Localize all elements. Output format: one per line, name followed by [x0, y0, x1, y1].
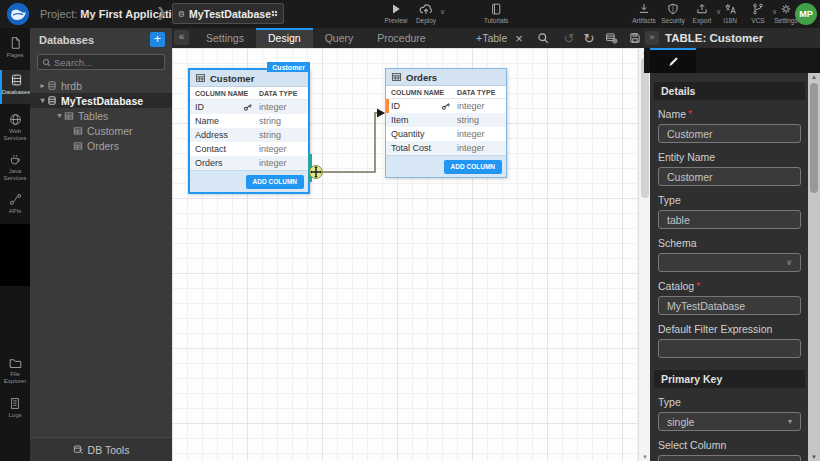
- scrollbar-thumb[interactable]: [810, 83, 818, 193]
- tree-item-customer[interactable]: Customer: [30, 123, 172, 138]
- sidebar-item-databases[interactable]: Databases: [0, 70, 30, 104]
- deploy-button[interactable]: ∨ Deploy: [408, 3, 444, 24]
- field-label: Type: [658, 396, 801, 408]
- db-tools-button[interactable]: DB Tools: [30, 437, 172, 461]
- scroll-up-icon[interactable]: ▲: [808, 74, 820, 80]
- web-services-label: Web Services: [0, 128, 30, 142]
- sidebar-item-web-services[interactable]: Web Services: [0, 110, 30, 142]
- relation-source-handle[interactable]: [308, 154, 312, 182]
- expanded-arrow-icon[interactable]: ▾: [55, 111, 64, 120]
- undo-icon[interactable]: ↺: [560, 30, 578, 46]
- pk-column-select[interactable]: ID∨: [658, 455, 801, 461]
- tree-label: hrdb: [61, 80, 82, 92]
- tree-item-mytestdatabase[interactable]: ▾ MyTestDatabase: [30, 93, 172, 108]
- table-card-orders[interactable]: Orders COLUMN NAME DATA TYPE ID integer …: [385, 68, 507, 178]
- tab-procedure[interactable]: Procedure: [365, 28, 437, 48]
- tree-label: MyTestDatabase: [61, 95, 143, 107]
- tree-label: Tables: [78, 110, 108, 122]
- tree-item-orders[interactable]: Orders: [30, 138, 172, 153]
- column-row-quantity[interactable]: Quantity integer: [386, 127, 506, 141]
- schema-select[interactable]: ∨: [658, 253, 801, 272]
- add-column-button[interactable]: ADD COLUMN: [444, 160, 502, 174]
- name-input[interactable]: Customer: [658, 124, 801, 143]
- grid-icon[interactable]: [271, 8, 278, 19]
- collapsed-arrow-icon[interactable]: ▸: [38, 81, 47, 90]
- column-row-total-cost[interactable]: Total Cost integer: [386, 141, 506, 155]
- column-row-id[interactable]: ID integer: [386, 99, 506, 113]
- app-window: Project: My First Application ❯ MyTestDa…: [0, 0, 820, 461]
- sidebar-item-pages[interactable]: Pages: [0, 33, 30, 59]
- designer-tab-strip: « Settings Design Query Procedure +Table…: [172, 28, 650, 48]
- zoom-search-icon[interactable]: [534, 30, 552, 46]
- sidebar-item-logs[interactable]: Logs: [0, 394, 30, 419]
- column-row-address[interactable]: Address string: [190, 128, 308, 142]
- table-icon: [391, 72, 402, 82]
- entity-name-input[interactable]: Customer: [658, 167, 801, 186]
- tree-item-tables[interactable]: ▾ Tables: [30, 108, 172, 123]
- search-input[interactable]: [54, 57, 160, 68]
- column-type: integer: [457, 129, 501, 139]
- field-label: Name*: [658, 108, 801, 120]
- tree-item-hrdb[interactable]: ▸ hrdb: [30, 78, 172, 93]
- sidebar-item-file-explorer[interactable]: File Explorer: [0, 354, 30, 385]
- user-avatar[interactable]: MP: [795, 3, 817, 25]
- table-card-customer[interactable]: Customer Customer COLUMN NAME DATA TYPE …: [188, 68, 310, 194]
- table-card-header[interactable]: Orders: [386, 69, 506, 86]
- column-name-header: COLUMN NAME: [391, 89, 457, 96]
- save-icon[interactable]: [626, 30, 644, 46]
- er-diagram-canvas[interactable]: Customer Customer COLUMN NAME DATA TYPE …: [172, 48, 650, 461]
- field-label: Select Column: [658, 439, 801, 451]
- column-name: Item: [391, 115, 457, 125]
- column-name: Quantity: [391, 129, 457, 139]
- column-row-contact[interactable]: Contact integer: [190, 142, 308, 156]
- tab-design[interactable]: Design: [256, 28, 313, 48]
- pk-type-select[interactable]: single▾: [658, 412, 801, 431]
- type-input[interactable]: table: [658, 210, 801, 229]
- add-database-button[interactable]: +: [150, 32, 165, 47]
- wavemaker-logo-icon[interactable]: [7, 3, 29, 25]
- edit-tab[interactable]: [650, 48, 696, 73]
- column-header-row: COLUMN NAME DATA TYPE: [190, 87, 308, 100]
- tutorials-label: Tutorials: [484, 17, 509, 24]
- tab-query[interactable]: Query: [313, 28, 366, 48]
- add-table-button[interactable]: +Table: [476, 28, 507, 48]
- column-type: string: [259, 130, 303, 140]
- inspector-title: TABLE: Customer: [665, 32, 763, 44]
- redo-icon[interactable]: ↻: [580, 30, 598, 46]
- db-update-icon[interactable]: [602, 30, 620, 46]
- page-icon: [9, 36, 22, 50]
- download-icon: [638, 3, 650, 15]
- caret-down-icon: ∨: [440, 8, 445, 16]
- scrollbar-thumb[interactable]: [641, 58, 649, 198]
- database-icon: [47, 95, 57, 106]
- expand-panel-icon[interactable]: »: [645, 31, 659, 45]
- dropdown-arrow-icon: ▾: [788, 417, 792, 426]
- expanded-arrow-icon[interactable]: ▾: [38, 96, 47, 105]
- column-type: integer: [457, 101, 501, 111]
- default-filter-input[interactable]: [658, 339, 801, 358]
- column-row-orders[interactable]: Orders integer: [190, 156, 308, 170]
- inspector-vertical-scrollbar[interactable]: ▲ ▼: [808, 73, 820, 461]
- canvas-vertical-scrollbar[interactable]: ▲ ▼: [638, 48, 650, 461]
- open-resource-tab-mytestdatabase[interactable]: MyTestDatabase: [172, 3, 284, 24]
- primary-key-icon: [440, 100, 453, 113]
- delete-icon[interactable]: ×: [510, 30, 528, 46]
- add-column-button[interactable]: ADD COLUMN: [246, 175, 304, 189]
- catalog-input[interactable]: MyTestDatabase: [658, 296, 801, 315]
- tab-settings[interactable]: Settings: [194, 28, 256, 48]
- collapse-panel-icon[interactable]: «: [174, 30, 189, 45]
- table-card-header[interactable]: Customer: [190, 70, 308, 87]
- shield-icon: [667, 3, 679, 15]
- table-title: Orders: [406, 72, 437, 83]
- scroll-down-icon[interactable]: ▼: [808, 454, 820, 460]
- column-row-id[interactable]: ID integer: [190, 100, 308, 114]
- sidebar-item-apis[interactable]: APIs: [0, 190, 30, 215]
- tree-label: Customer: [87, 125, 133, 137]
- sidebar-item-java-services[interactable]: Java Services: [0, 150, 30, 182]
- column-row-name[interactable]: Name string: [190, 114, 308, 128]
- column-row-item[interactable]: Item string: [386, 113, 506, 127]
- tutorials-button[interactable]: Tutorials: [478, 3, 514, 24]
- primary-key-icon: [242, 101, 255, 114]
- table-card-footer: ADD COLUMN: [386, 155, 506, 177]
- inspector-body: Details Name* Customer Entity Name Custo…: [650, 73, 808, 461]
